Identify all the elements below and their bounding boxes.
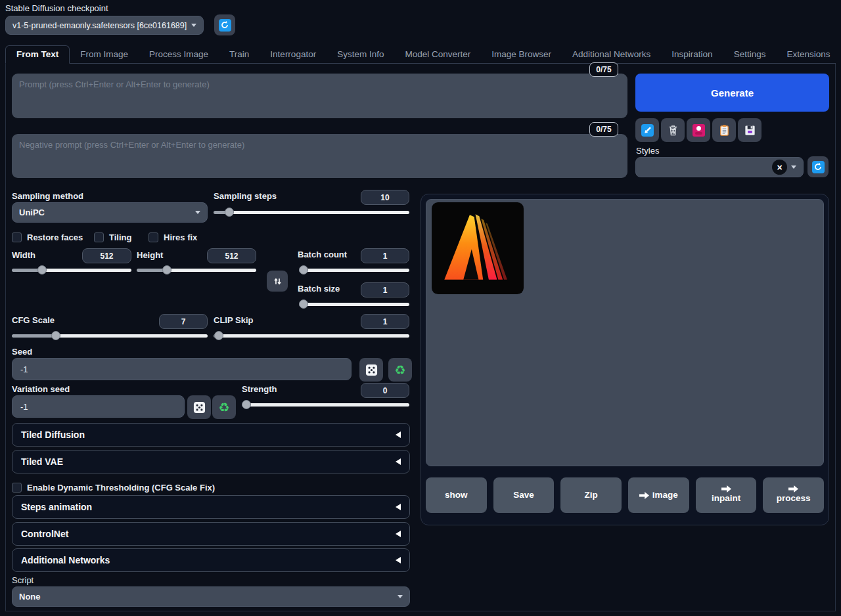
collapse-arrow-icon: [396, 531, 401, 537]
prompt-input[interactable]: [12, 74, 627, 118]
sampling-method-value: UniPC: [19, 208, 45, 217]
output-button-label: Zip: [585, 489, 598, 502]
tab-system-info[interactable]: System Info: [327, 46, 394, 63]
dynamic-thresholding-label: Enable Dynamic Thresholding (CFG Scale F…: [27, 483, 215, 493]
generation-parameters: Sampling method UniPC Sampling steps 10 …: [12, 189, 410, 609]
output-save-button[interactable]: Save: [493, 477, 555, 513]
chevron-down-icon: [398, 595, 403, 598]
script-dropdown[interactable]: None: [12, 586, 410, 607]
accordion-tiled-diffusion[interactable]: Tiled Diffusion: [12, 423, 410, 447]
cfg-scale-slider[interactable]: [12, 334, 208, 338]
generated-image-thumbnail[interactable]: [432, 202, 524, 294]
right-arrow-icon: [721, 485, 731, 493]
palette-button[interactable]: [687, 118, 710, 142]
styles-dropdown[interactable]: ×: [635, 157, 804, 177]
accordion-title: Steps animation: [21, 502, 92, 512]
output-inpaint-button[interactable]: inpaint: [696, 477, 757, 513]
random-variation-seed-button[interactable]: [187, 395, 211, 419]
tab-image-browser[interactable]: Image Browser: [481, 46, 562, 63]
height-slider[interactable]: [137, 269, 256, 272]
output-panel: showSaveZipimageinpaintprocess: [420, 194, 829, 525]
tab-extensions[interactable]: Extensions: [776, 46, 840, 63]
batch-count-slider[interactable]: [299, 269, 409, 272]
accordion-additional-networks[interactable]: Additional Networks: [12, 548, 410, 572]
negative-token-counter: 0/75: [589, 122, 618, 137]
negative-prompt-input[interactable]: [12, 134, 627, 178]
quick-button-row: [635, 118, 761, 142]
seed-input[interactable]: -1: [12, 358, 352, 380]
collapse-arrow-icon: [396, 504, 401, 510]
sampling-method-dropdown[interactable]: UniPC: [12, 202, 208, 223]
tab-train[interactable]: Train: [219, 46, 260, 63]
recycle-icon: ♻: [218, 400, 229, 415]
tab-model-converter[interactable]: Model Converter: [394, 46, 481, 63]
accordion-steps-animation[interactable]: Steps animation: [12, 495, 410, 519]
output-button-label: Save: [513, 489, 534, 502]
clip-skip-value[interactable]: 1: [361, 314, 409, 329]
accordion-controlnet[interactable]: ControlNet: [12, 522, 410, 546]
tab-interrogator[interactable]: Interrogator: [260, 46, 327, 63]
output-button-label: show: [445, 489, 468, 502]
strength-value[interactable]: 0: [361, 383, 409, 398]
output-zip-button[interactable]: Zip: [560, 477, 622, 513]
trash-button[interactable]: [661, 118, 685, 142]
script-label: Script: [12, 575, 34, 585]
tiling-checkbox[interactable]: Tiling: [94, 232, 131, 242]
width-slider[interactable]: [12, 269, 131, 272]
width-value[interactable]: 512: [82, 248, 131, 263]
height-value[interactable]: 512: [207, 248, 256, 263]
clear-styles-icon[interactable]: ×: [772, 160, 787, 175]
clipboard-button[interactable]: [712, 118, 736, 142]
hires-fix-checkbox[interactable]: Hires fix: [148, 232, 197, 242]
batch-size-slider[interactable]: [299, 303, 409, 306]
strength-label: Strength: [242, 384, 277, 394]
clipboard-icon: [718, 124, 731, 137]
tab-settings[interactable]: Settings: [723, 46, 777, 63]
batch-count-value[interactable]: 1: [361, 248, 409, 263]
chevron-down-icon: [195, 211, 200, 214]
swap-dimensions-button[interactable]: [267, 271, 288, 292]
hires-fix-label: Hires fix: [164, 232, 197, 242]
styles-refresh-button[interactable]: [807, 156, 829, 177]
sampling-steps-value[interactable]: 10: [361, 190, 409, 205]
cfg-scale-value[interactable]: 7: [159, 314, 208, 329]
tab-from-image[interactable]: From Image: [70, 46, 139, 63]
height-label: Height: [137, 250, 163, 260]
tab-inspiration[interactable]: Inspiration: [661, 46, 723, 63]
sampling-steps-slider[interactable]: [214, 211, 409, 214]
tab-bar: From TextFrom ImageProcess ImageTrainInt…: [5, 46, 836, 64]
save-style-button[interactable]: [738, 118, 761, 142]
strength-slider[interactable]: [242, 403, 409, 407]
palette-icon: [693, 124, 705, 137]
right-arrow-icon: [788, 485, 798, 493]
batch-size-value[interactable]: 1: [361, 282, 409, 297]
output-show-button[interactable]: show: [426, 477, 487, 513]
paste-arrow-button[interactable]: [635, 118, 659, 142]
variation-seed-input[interactable]: -1: [12, 395, 185, 418]
refresh-icon: [812, 161, 825, 173]
output-gallery[interactable]: [426, 199, 824, 466]
variation-seed-value: -1: [20, 402, 28, 412]
checkpoint-dropdown[interactable]: v1-5-pruned-emaonly.safetensors [6ce0161…: [5, 16, 204, 35]
prompt-token-counter: 0/75: [589, 62, 618, 77]
dynamic-thresholding-checkbox[interactable]: Enable Dynamic Thresholding (CFG Scale F…: [12, 483, 215, 493]
random-seed-button[interactable]: [359, 358, 383, 382]
width-label: Width: [12, 250, 35, 260]
output-image-button[interactable]: image: [628, 477, 689, 513]
right-arrow-icon: [788, 485, 798, 493]
accordion-tiled-vae[interactable]: Tiled VAE: [12, 450, 410, 473]
tab-process-image[interactable]: Process Image: [139, 46, 219, 63]
output-button-row: showSaveZipimageinpaintprocess: [426, 477, 824, 513]
clip-skip-label: CLIP Skip: [214, 315, 253, 325]
reuse-variation-seed-button[interactable]: ♻: [212, 395, 236, 419]
clip-skip-slider[interactable]: [214, 334, 409, 338]
restore-faces-checkbox[interactable]: Restore faces: [12, 232, 83, 242]
sampling-steps-label: Sampling steps: [214, 191, 277, 201]
checkpoint-refresh-button[interactable]: [214, 14, 235, 35]
reuse-seed-button[interactable]: ♻: [388, 358, 412, 382]
tab-additional-networks[interactable]: Additional Networks: [562, 46, 661, 63]
generate-button[interactable]: Generate: [635, 74, 829, 112]
tab-from-text[interactable]: From Text: [5, 45, 70, 64]
output-process-button[interactable]: process: [763, 477, 824, 513]
sampling-method-label: Sampling method: [12, 191, 83, 201]
